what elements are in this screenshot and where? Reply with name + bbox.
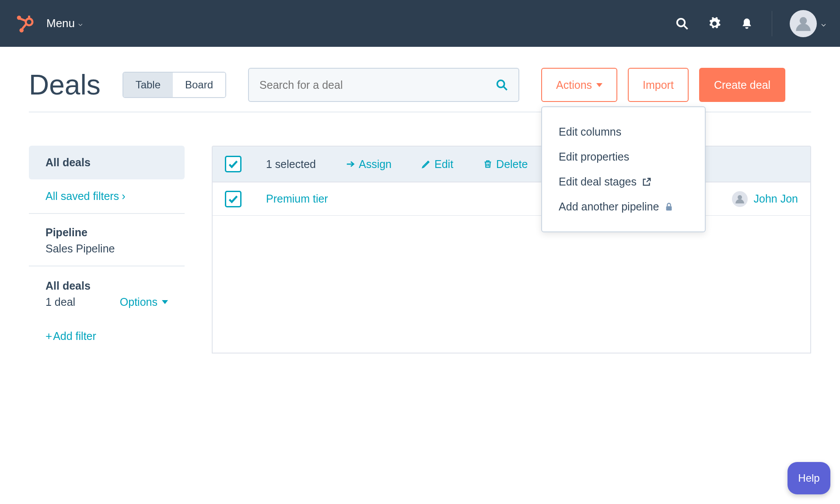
svg-line-4 bbox=[22, 24, 27, 29]
account-menu[interactable]: ⌵ bbox=[790, 10, 826, 37]
svg-point-6 bbox=[677, 18, 685, 26]
table-header: 1 selected Assign Edit Delete bbox=[213, 147, 810, 182]
add-filter-button[interactable]: + Add filter bbox=[29, 319, 185, 354]
help-button[interactable]: Help bbox=[788, 462, 830, 494]
svg-point-8 bbox=[800, 17, 807, 24]
sidebar-deal-count: 1 deal bbox=[46, 296, 75, 308]
search-icon bbox=[496, 79, 508, 91]
row-owner[interactable]: John Jon bbox=[732, 191, 798, 207]
deal-name-link[interactable]: Premium tier bbox=[266, 192, 328, 205]
search-input[interactable] bbox=[259, 79, 496, 91]
svg-line-7 bbox=[684, 25, 688, 29]
caret-down-icon bbox=[162, 300, 168, 304]
hubspot-logo[interactable] bbox=[14, 14, 34, 34]
chevron-right-icon: › bbox=[122, 190, 125, 203]
svg-point-9 bbox=[497, 80, 504, 88]
bell-icon[interactable] bbox=[739, 16, 754, 31]
page-title: Deals bbox=[29, 69, 101, 101]
svg-line-3 bbox=[20, 18, 26, 21]
actions-button[interactable]: Actions bbox=[541, 68, 617, 102]
dropdown-edit-columns[interactable]: Edit columns bbox=[542, 119, 705, 144]
search-box[interactable] bbox=[248, 68, 519, 102]
row-checkbox[interactable] bbox=[225, 191, 242, 207]
arrow-right-icon bbox=[346, 159, 355, 169]
deals-table: 1 selected Assign Edit Delete Pr bbox=[212, 146, 811, 354]
dropdown-add-pipeline[interactable]: Add another pipeline bbox=[542, 194, 705, 219]
import-button[interactable]: Import bbox=[628, 68, 689, 102]
sidebar-filter-heading: All deals bbox=[29, 266, 185, 296]
avatar bbox=[790, 10, 817, 37]
menu-button[interactable]: Menu ⌵ bbox=[46, 17, 83, 30]
bulk-edit[interactable]: Edit bbox=[421, 158, 453, 171]
menu-label: Menu bbox=[46, 17, 75, 30]
dropdown-edit-properties[interactable]: Edit properties bbox=[542, 144, 705, 169]
svg-line-10 bbox=[504, 87, 507, 90]
view-board-button[interactable]: Board bbox=[173, 73, 225, 97]
external-link-icon bbox=[642, 177, 651, 187]
view-toggle: Table Board bbox=[122, 72, 226, 98]
chevron-down-icon: ⌵ bbox=[821, 19, 826, 28]
delete-label: Delete bbox=[496, 158, 528, 171]
actions-dropdown: Edit columns Edit properties Edit deal s… bbox=[541, 106, 706, 232]
nav-separator bbox=[772, 11, 772, 36]
selected-count: 1 selected bbox=[266, 158, 316, 171]
bulk-assign[interactable]: Assign bbox=[346, 158, 392, 171]
svg-rect-11 bbox=[666, 206, 672, 210]
sidebar-saved-filters[interactable]: All saved filters › bbox=[29, 179, 185, 214]
svg-point-13 bbox=[738, 195, 742, 200]
trash-icon bbox=[483, 159, 493, 169]
chevron-down-icon: ⌵ bbox=[78, 19, 83, 28]
gear-icon[interactable] bbox=[707, 16, 722, 31]
page-header: Deals Table Board Actions Edit columns E… bbox=[29, 47, 811, 112]
sidebar-pipeline-value: Sales Pipeline bbox=[29, 242, 185, 266]
dropdown-edit-stages[interactable]: Edit deal stages bbox=[542, 169, 705, 194]
pencil-icon bbox=[421, 159, 431, 169]
edit-label: Edit bbox=[434, 158, 453, 171]
saved-filters-label: All saved filters bbox=[46, 190, 119, 203]
top-nav: Menu ⌵ ⌵ bbox=[0, 0, 840, 47]
lock-icon bbox=[664, 202, 674, 212]
add-filter-label: Add filter bbox=[53, 330, 96, 343]
view-table-button[interactable]: Table bbox=[123, 73, 173, 97]
table-row: Premium tier , 2018 John Jon bbox=[213, 182, 810, 216]
options-label: Options bbox=[120, 296, 158, 308]
owner-avatar bbox=[732, 191, 748, 207]
bulk-delete[interactable]: Delete bbox=[483, 158, 528, 171]
dropdown-edit-stages-label: Edit deal stages bbox=[559, 175, 637, 188]
create-deal-button[interactable]: Create deal bbox=[699, 68, 785, 102]
actions-label: Actions bbox=[556, 79, 592, 91]
sidebar-options[interactable]: Options bbox=[120, 296, 168, 308]
sidebar-pipeline-heading: Pipeline bbox=[29, 216, 185, 242]
caret-down-icon bbox=[596, 83, 602, 87]
owner-name: John Jon bbox=[754, 192, 798, 205]
select-all-checkbox[interactable] bbox=[225, 156, 242, 172]
search-icon[interactable] bbox=[675, 16, 690, 31]
sidebar-all-deals[interactable]: All deals bbox=[29, 146, 185, 179]
sidebar: All deals All saved filters › Pipeline S… bbox=[29, 146, 185, 354]
plus-icon: + bbox=[46, 329, 52, 343]
assign-label: Assign bbox=[359, 158, 392, 171]
dropdown-add-pipeline-label: Add another pipeline bbox=[559, 200, 659, 213]
